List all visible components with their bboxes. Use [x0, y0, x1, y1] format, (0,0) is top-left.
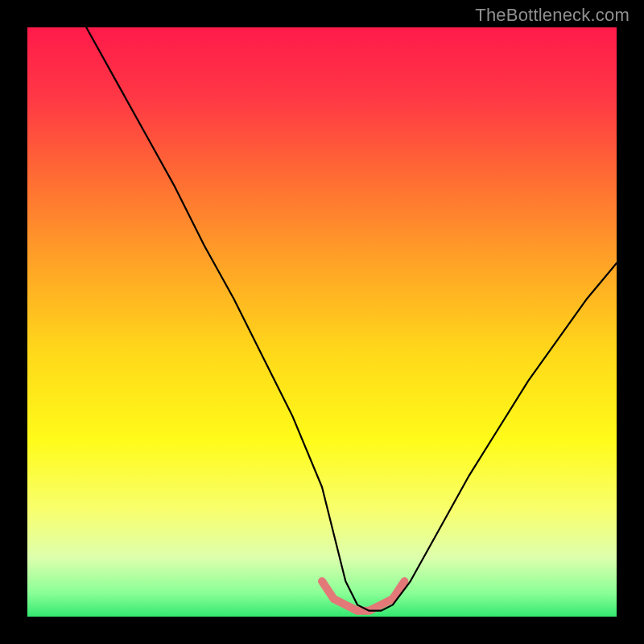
plot-area: [27, 27, 617, 617]
watermark-text: TheBottleneck.com: [475, 5, 630, 26]
plot-svg: [27, 27, 617, 617]
gradient-background: [27, 27, 617, 617]
chart-frame: TheBottleneck.com: [0, 0, 644, 644]
